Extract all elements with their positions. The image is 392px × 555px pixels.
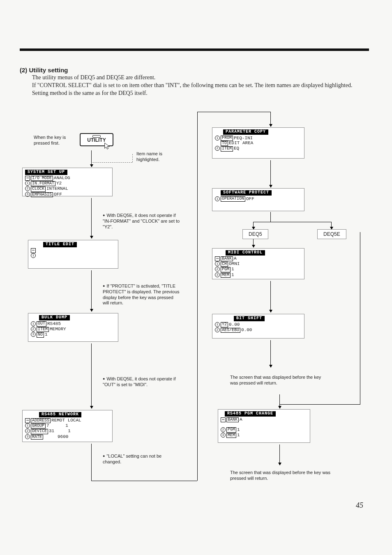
lcd-field-value: OMNI [229,261,240,266]
lcd-title: RS485 PGM CHANGE [225,411,276,417]
lcd-row: 1 [31,253,115,258]
lcd-field-value: Y2 [56,181,62,186]
index-icon: 1 [31,253,36,258]
lcd-row: ⇔ [31,248,115,253]
lcd-system-setup: SYSTEM SET UP ⇔I/O MODEANALOG1IN.FORMATY… [22,168,113,196]
flow-arrow [270,160,271,187]
lcd-row: 3MEM1 [221,433,307,438]
flow-arrow [270,112,271,127]
utility-key-label: UTILITY [87,137,106,143]
lcd-row: 2PGM1 [215,267,302,272]
lcd-software-protect: SOFTWARE PROTECT 1OPERATIONOFF [212,188,304,211]
section-heading: (2) Utility setting [20,67,68,74]
leader-line [132,154,133,162]
lcd-title: PARAMETER COPY [223,129,268,135]
lcd-row: 3RATE 9600 [25,434,110,440]
lcd-field-label: ITEM [221,146,233,152]
index-icon: 1 [215,261,220,266]
lcd-field-value: 1 [237,433,240,438]
flow-arrow [91,150,92,167]
index-icon: 1 [215,196,220,201]
lcd-row [221,422,307,427]
lcd-field-value: 1 [237,427,240,432]
lcd-field-label: TO [221,141,228,146]
lcd-field-label: MEM [221,273,231,278]
lcd-field-label: OPERATION [221,196,245,202]
lcd-title: SOFTWARE PROTECT [221,190,272,196]
lcd-field-label: BANK [221,256,233,262]
lcd-title: TITLE EDIT [43,242,77,247]
leader-line [91,162,132,163]
lcd-field-value: 1 [45,332,48,337]
intro-line: Setting method is the same as for the DE… [32,90,367,97]
lcd-field-label: OUT [37,321,46,327]
intro-line: If "CONTROL SELECT" dial is set to on it… [32,82,367,90]
lcd-row: 2ITEMMEMORY [31,327,115,332]
flow-arrow [279,444,280,465]
flow-line [360,232,360,405]
flow-line [91,481,197,481]
lcd-field-value: 7 1 [46,423,68,428]
nav-icon: ⇔ [215,256,220,262]
lcd-row: 3MEM1 [215,272,302,278]
lcd-title: RS485 NETWORK [39,412,81,417]
nav-icon: ⇔ [221,417,226,423]
index-icon: 1 [215,136,220,140]
lcd-rs485-network: RS485 NETWORK ⇔ADDRESSREMOT LOCAL1GROUP7… [22,410,113,442]
lcd-field-value: 1 [231,267,234,272]
lcd-field-value: MEMORY [50,327,66,332]
index-icon: 2 [25,428,30,433]
note-title-edit: If "PROTECT" is activated, "TITLE PROTEC… [103,283,181,306]
lcd-title-edit: TITLE EDIT ⇔1 [28,240,118,269]
intro-text: The utility menus of DEQ5 and DEQ5E are … [32,74,367,97]
page: (2) Utility setting The utility menus of… [0,0,392,555]
lcd-row: ⇔I/O MODEANALOG [25,176,110,181]
index-icon: 1 [25,181,30,186]
flow-line [197,112,198,481]
lcd-row: ⇔BANKA [221,417,307,423]
lcd-field-label: MEM [226,433,236,438]
lcd-parameter-copy: PARAMETER COPY 1FROMPEQ-INITOEDIT AREA2I… [212,127,304,159]
lcd-row: TOEDIT AREA [215,141,302,146]
index-icon: 2 [221,427,226,432]
lcd-field-value: RS485 [47,321,61,326]
lcd-row: 1FROMPEQ-INI [215,136,302,141]
lcd-row: 1OPERATIONOFF [215,196,302,202]
lcd-field-label: I/O MODE [31,176,53,181]
nav-icon: ⇔ [25,418,30,424]
index-icon: 1 [25,423,30,428]
note-rs485-network: "LOCAL" setting can not be changed. [103,454,181,465]
index-icon: 1 [215,322,220,327]
lcd-field-value: 1 [231,272,234,277]
lcd-field-label: EMPHASIS [31,192,53,198]
utility-key[interactable]: UTILITY [80,133,113,146]
intro-line: The utility menus of DEQ5 and DEQ5E are … [32,74,367,82]
lcd-row: 1GROUP7 1 [25,423,110,428]
lcd-field-label: BANK [226,417,239,423]
lcd-title: SYSTEM SET UP [25,170,67,175]
lcd-field-value: EQ [234,146,239,151]
flow-arrow [91,198,92,238]
lcd-field-value: PEQ-INI [234,135,253,140]
index-icon: 1 [31,321,36,326]
flow-arrow [279,394,280,408]
lcd-field-label: Y2 [221,322,228,327]
lcd-row: ⇔ADDRESSREMOT LOCAL [25,418,110,424]
note-system-setup: With DEQ5E, it does not operate if "IN-F… [103,213,181,230]
nav-icon: ⇔ [31,248,36,253]
index-icon: 2 [215,327,220,332]
lcd-row: 1IN.FORMATY2 [25,181,110,186]
page-number: 45 [356,501,363,510]
flow-line [197,112,270,112]
lcd-bulk-dump: BULK DUMP 1OUTRS4852ITEMMEMORY3NO1 [28,313,118,342]
index-icon: 3 [25,192,30,197]
flow-line [253,222,331,222]
flow-line [270,212,271,222]
lcd-row: 3NO1 [31,332,115,337]
lcd-field-label: PGM [221,267,231,272]
lcd-row: ⇔BANKA [215,256,302,262]
lcd-field-label: RATE [31,435,43,440]
index-icon: 2 [25,186,30,191]
lcd-field-label: CH [221,262,228,267]
lcd-field-label: PGM [226,427,236,433]
